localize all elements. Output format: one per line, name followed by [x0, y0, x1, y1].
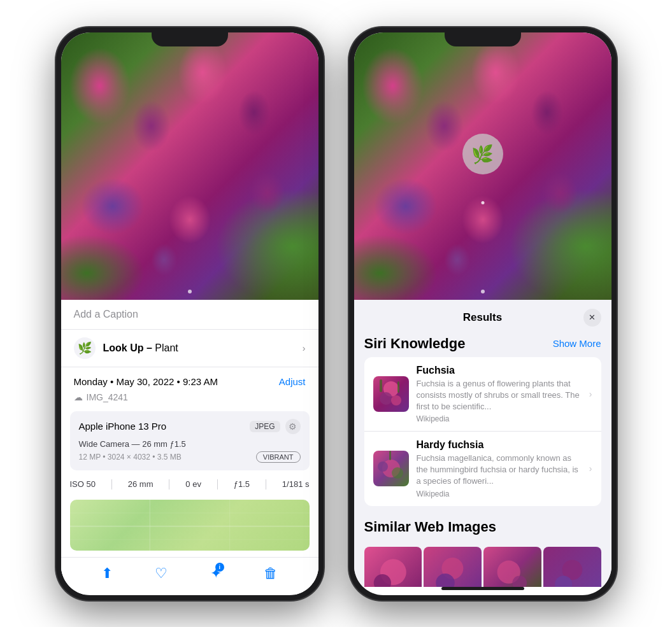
exif-divider-4 — [266, 479, 266, 490]
map-preview[interactable] — [70, 500, 310, 551]
section-header: Siri Knowledge Show More — [364, 330, 601, 357]
sheet-title: Results — [463, 311, 502, 324]
knowledge-item-fuchsia[interactable]: Fuchsia Fuchsia is a genus of flowering … — [364, 357, 601, 432]
vibrant-badge: VIBRANT — [256, 451, 301, 463]
date-line: Monday • May 30, 2022 • 9:23 AM Adjust — [74, 376, 306, 387]
right-phone-notch — [445, 27, 521, 46]
lookup-text: Look Up – Plant — [103, 342, 178, 354]
photo-info-area: Add a Caption 🌿 Look Up – Plant › Monday… — [61, 300, 318, 595]
web-image-3[interactable] — [483, 547, 541, 587]
knowledge-card: Fuchsia Fuchsia is a genus of flowering … — [364, 357, 601, 506]
fuchsia-chevron-icon: › — [589, 389, 592, 399]
visual-search-dot — [481, 201, 484, 204]
exif-shutter: 1/181 s — [282, 479, 310, 489]
photo-page-dot — [188, 290, 192, 293]
web-images-header: Similar Web Images — [364, 514, 601, 547]
svg-rect-13 — [389, 451, 391, 460]
caption-input[interactable]: Add a Caption — [61, 300, 318, 330]
web-image-4[interactable] — [543, 547, 601, 587]
fuchsia-thumbnail — [373, 376, 409, 412]
right-phone-screen: 🌿 Results ✕ Siri Knowledge Show More — [354, 32, 611, 595]
hardy-fuchsia-name: Hardy fuchsia — [417, 439, 582, 451]
device-badges: JPEG ⚙ — [250, 419, 300, 434]
results-sheet: Results ✕ Siri Knowledge Show More — [354, 300, 611, 587]
filename-row: ☁ IMG_4241 — [61, 390, 318, 411]
phone-notch — [152, 27, 228, 46]
hardy-fuchsia-content: Hardy fuchsia Fuchsia magellanica, commo… — [417, 439, 582, 498]
hardy-fuchsia-desc: Fuchsia magellanica, commonly known as t… — [417, 453, 582, 488]
exif-divider-1 — [111, 479, 112, 490]
right-phone: 🌿 Results ✕ Siri Knowledge Show More — [349, 27, 617, 600]
web-images-title: Similar Web Images — [364, 519, 496, 535]
hardy-fuchsia-chevron-icon: › — [589, 463, 592, 474]
knowledge-item-hardy-fuchsia[interactable]: Hardy fuchsia Fuchsia magellanica, commo… — [364, 431, 601, 506]
lookup-icon-circle: 🌿 — [74, 337, 96, 359]
favorite-button[interactable]: ♡ — [155, 565, 168, 582]
share-button[interactable]: ⬆ — [101, 565, 113, 582]
close-button[interactable]: ✕ — [583, 309, 601, 327]
svg-point-12 — [392, 467, 403, 479]
filename-text: IMG_4241 — [87, 392, 128, 402]
siri-knowledge-section: Siri Knowledge Show More — [364, 330, 601, 506]
fuchsia-content: Fuchsia Fuchsia is a genus of flowering … — [417, 365, 582, 424]
exif-row: ISO 50 26 mm 0 ev ƒ1.5 1/181 s — [70, 476, 310, 493]
date-text: Monday • May 30, 2022 • 9:23 AM — [74, 376, 218, 387]
lookup-label: Look Up – — [103, 342, 152, 353]
photo-area[interactable] — [61, 32, 318, 300]
device-info-card: Apple iPhone 13 Pro JPEG ⚙ Wide Camera —… — [70, 411, 310, 470]
exif-iso: ISO 50 — [70, 479, 96, 489]
exif-ev: 0 ev — [185, 479, 201, 489]
camera-info: Wide Camera — 26 mm ƒ1.5 — [79, 439, 301, 449]
web-image-1[interactable] — [364, 547, 422, 587]
device-header: Apple iPhone 13 Pro JPEG ⚙ — [79, 419, 301, 434]
info-badge-dot: i — [215, 563, 224, 572]
svg-point-7 — [391, 395, 401, 405]
right-photo-dot — [481, 290, 485, 293]
leaf-icon: 🌿 — [78, 341, 92, 355]
device-name: Apple iPhone 13 Pro — [79, 421, 167, 432]
fuchsia-source: Wikipedia — [417, 414, 582, 423]
hardy-fuchsia-source: Wikipedia — [417, 490, 582, 498]
left-phone: Add a Caption 🌿 Look Up – Plant › Monday… — [56, 27, 324, 600]
visual-search-circle[interactable]: 🌿 — [462, 134, 503, 174]
exif-mm: 26 mm — [128, 479, 154, 489]
svg-point-6 — [380, 392, 392, 405]
adjust-button[interactable]: Adjust — [279, 376, 306, 387]
format-badge: JPEG — [250, 421, 280, 432]
camera-specs: 12 MP • 3024 × 4032 • 3.5 MB VIBRANT — [79, 451, 301, 463]
web-image-2[interactable] — [424, 547, 482, 587]
exif-aperture: ƒ1.5 — [234, 479, 250, 489]
lookup-chevron-icon: › — [303, 343, 306, 353]
svg-point-11 — [378, 461, 388, 472]
siri-knowledge-title: Siri Knowledge — [364, 335, 466, 352]
svg-rect-8 — [380, 379, 382, 392]
left-phone-screen: Add a Caption 🌿 Look Up – Plant › Monday… — [61, 32, 318, 595]
right-photo-area[interactable]: 🌿 — [354, 32, 611, 300]
exif-divider-2 — [169, 479, 169, 490]
lookup-row[interactable]: 🌿 Look Up – Plant › — [61, 330, 318, 367]
info-button[interactable]: ✦ i — [210, 565, 222, 582]
exif-divider-3 — [217, 479, 218, 490]
gear-icon[interactable]: ⚙ — [285, 419, 301, 434]
show-more-button[interactable]: Show More — [553, 338, 601, 349]
delete-button[interactable]: 🗑 — [264, 565, 278, 582]
sheet-header: Results ✕ — [354, 305, 611, 330]
fuchsia-desc: Fuchsia is a genus of flowering plants t… — [417, 378, 582, 413]
date-row: Monday • May 30, 2022 • 9:23 AM Adjust — [61, 367, 318, 390]
svg-rect-9 — [397, 381, 399, 393]
right-home-indicator — [441, 587, 524, 590]
web-images-section: Similar Web Images — [364, 514, 601, 587]
bottom-toolbar: ⬆ ♡ ✦ i 🗑 — [61, 557, 318, 595]
flower-image — [61, 32, 318, 300]
leaf-search-icon: 🌿 — [471, 144, 494, 165]
lookup-subject: Plant — [155, 342, 178, 353]
specs-mp: 12 MP • 3024 × 4032 • 3.5 MB — [79, 453, 182, 461]
hardy-fuchsia-thumbnail — [373, 451, 409, 486]
web-images-grid — [364, 547, 601, 587]
fuchsia-name: Fuchsia — [417, 365, 582, 376]
cloud-icon: ☁ — [74, 392, 83, 402]
